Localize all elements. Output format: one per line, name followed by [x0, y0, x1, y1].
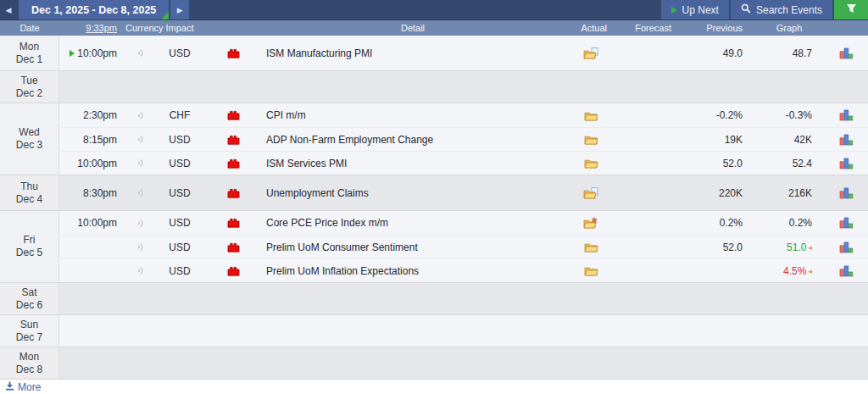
event-row: 10:00pmUSDISM Services PMI52.052.4	[59, 151, 868, 175]
event-previous-value: 0.2%	[789, 217, 812, 229]
detail-folder-icon[interactable]	[563, 134, 619, 145]
alert-speaker-icon[interactable]	[125, 265, 156, 276]
day-block: WedDec 32:30pmCHFCPI m/m-0.2%-0.3%8:15pm…	[0, 103, 868, 175]
play-icon	[671, 7, 677, 14]
detail-folder-star-icon[interactable]	[563, 217, 619, 229]
alert-speaker-icon[interactable]	[125, 241, 156, 252]
event-time: 2:30pm	[59, 109, 125, 121]
detail-folder-icon[interactable]	[563, 110, 619, 121]
day-date: Dec 7	[16, 331, 42, 344]
detail-folder-paper-icon[interactable]	[563, 187, 619, 199]
day-name: Mon	[19, 351, 39, 363]
event-previous-value: 42K	[794, 134, 812, 146]
event-previous-value: 52.4	[793, 158, 812, 169]
next-week-button[interactable]: ▶	[170, 0, 189, 19]
current-time-link[interactable]: 9:33pm	[59, 23, 125, 33]
topbar-spacer	[189, 0, 659, 19]
event-previous: 0.2%	[754, 217, 824, 229]
event-previous: 42K	[754, 134, 824, 146]
graph-icon[interactable]	[824, 134, 868, 146]
event-title: CPI m/m	[263, 109, 563, 121]
col-header-actual: Actual	[563, 23, 619, 33]
graph-icon[interactable]	[824, 109, 868, 121]
day-events	[59, 347, 868, 379]
day-block: SatDec 6	[0, 283, 868, 315]
revision-marker-icon: ◂	[808, 243, 812, 252]
event-forecast: 49.0	[683, 47, 754, 59]
event-title: ISM Services PMI	[263, 158, 563, 169]
graph-icon[interactable]	[824, 158, 868, 169]
day-block: MonDec 8	[0, 347, 868, 380]
day-date: Dec 1	[16, 53, 42, 66]
event-time: 10:00pm	[59, 47, 125, 59]
column-header-row: Date 9:33pm Currency Impact Detail Actua…	[0, 20, 868, 36]
day-events: 8:30pmUSDUnemployment Claims220K216K	[59, 175, 868, 210]
graph-icon[interactable]	[824, 265, 868, 277]
day-date: Dec 3	[16, 139, 42, 152]
event-previous-value: 216K	[788, 187, 812, 199]
date-cell: TueDec 2	[0, 71, 59, 103]
day-events	[59, 315, 868, 347]
download-more-icon	[5, 381, 14, 393]
alert-speaker-icon[interactable]	[125, 218, 156, 229]
graph-icon[interactable]	[824, 217, 868, 229]
graph-icon[interactable]	[824, 187, 868, 199]
event-forecast: -0.2%	[683, 109, 754, 121]
alert-speaker-icon[interactable]	[125, 158, 156, 169]
day-events	[59, 283, 868, 314]
event-title: ADP Non-Farm Employment Change	[263, 134, 563, 146]
event-previous-value: 4.5%	[783, 265, 806, 277]
date-cell: SunDec 7	[0, 315, 59, 347]
impact-high-icon	[203, 48, 263, 58]
col-header-forecast: Forecast	[619, 23, 683, 33]
event-currency: USD	[156, 241, 203, 253]
date-range-tab[interactable]: Dec 1, 2025 - Dec 8, 2025	[19, 0, 169, 19]
event-time-label: 10:00pm	[77, 217, 117, 229]
up-next-label: Up Next	[682, 4, 719, 16]
calendar-topbar: ◀ Dec 1, 2025 - Dec 8, 2025 ▶ Up Next Se…	[0, 0, 868, 20]
graph-icon[interactable]	[824, 47, 868, 59]
event-title: Prelim UoM Consumer Sentiment	[263, 241, 563, 253]
detail-folder-icon[interactable]	[563, 241, 619, 252]
alert-speaker-icon[interactable]	[125, 187, 156, 198]
day-events: 2:30pmCHFCPI m/m-0.2%-0.3%8:15pmUSDADP N…	[59, 103, 868, 175]
day-date: Dec 5	[16, 247, 42, 259]
event-forecast: 19K	[683, 134, 754, 146]
search-events-label: Search Events	[756, 4, 822, 16]
alert-speaker-icon[interactable]	[125, 47, 156, 58]
search-events-button[interactable]: Search Events	[731, 0, 832, 19]
event-title: Prelim UoM Inflation Expectations	[263, 265, 563, 277]
day-date: Dec 6	[16, 299, 42, 312]
event-row: 10:00pmUSDCore PCE Price Index m/m0.2%0.…	[59, 211, 868, 235]
prev-week-button[interactable]: ◀	[0, 0, 17, 19]
day-block: MonDec 110:00pmUSDISM Manufacturing PMI4…	[0, 36, 868, 71]
event-row: 8:30pmUSDUnemployment Claims220K216K	[59, 181, 868, 205]
day-date: Dec 4	[16, 193, 42, 206]
event-row: USDPrelim UoM Inflation Expectations4.5%…	[59, 258, 868, 282]
alert-speaker-icon[interactable]	[125, 110, 156, 121]
up-next-button[interactable]: Up Next	[661, 0, 729, 19]
event-row: 8:15pmUSDADP Non-Farm Employment Change1…	[59, 127, 868, 151]
impact-high-icon	[203, 135, 263, 145]
event-currency: USD	[156, 187, 203, 199]
event-previous: 4.5%◂	[754, 265, 824, 277]
day-events: 10:00pmUSDCore PCE Price Index m/m0.2%0.…	[59, 211, 868, 282]
impact-high-icon	[203, 266, 263, 276]
filter-button[interactable]	[834, 0, 868, 19]
day-name: Wed	[19, 126, 39, 139]
event-forecast: 52.0	[683, 158, 754, 169]
day-name: Sat	[21, 286, 36, 299]
revision-marker-icon: ◂	[808, 267, 812, 275]
graph-icon[interactable]	[824, 241, 868, 253]
detail-folder-icon[interactable]	[563, 158, 619, 169]
detail-folder-icon[interactable]	[563, 265, 619, 276]
more-link[interactable]: More	[5, 381, 41, 393]
col-header-graph: Graph	[754, 23, 824, 33]
detail-folder-paper-icon[interactable]	[563, 47, 619, 59]
alert-speaker-icon[interactable]	[125, 134, 156, 145]
col-header-impact: Impact	[156, 23, 203, 33]
event-title: Unemployment Claims	[263, 187, 563, 199]
event-time-label: 8:30pm	[83, 187, 117, 199]
event-previous: 48.7	[754, 47, 824, 59]
up-next-icon	[70, 50, 75, 57]
